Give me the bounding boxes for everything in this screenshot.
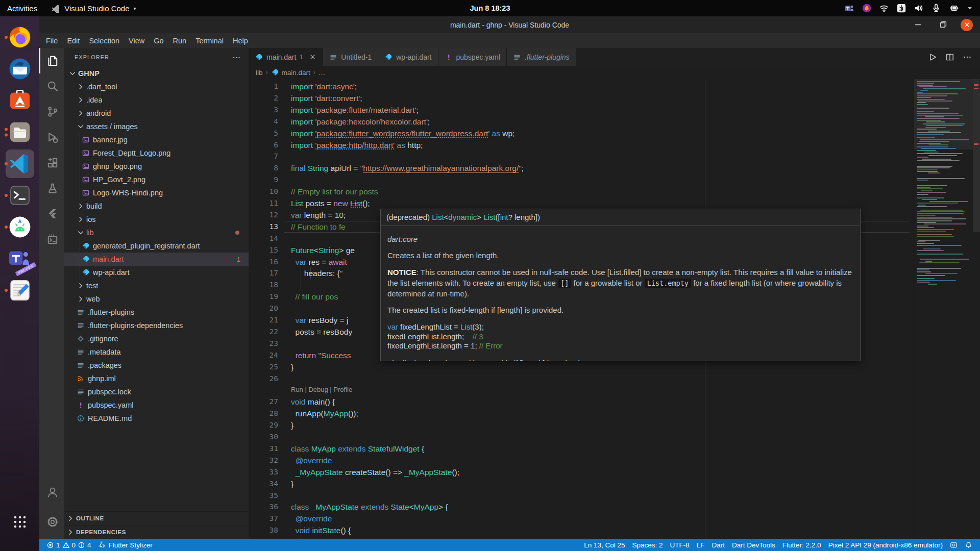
dock-item-teams[interactable]: PREVIEW xyxy=(4,243,36,274)
menu-selection[interactable]: Selection xyxy=(84,35,124,46)
tree-folder--dart-tool[interactable]: .dart_tool xyxy=(64,80,249,93)
tree-folder-assets-images[interactable]: assets / images xyxy=(64,120,249,133)
status-device-selector[interactable]: Pixel 2 API 29 (android-x86 emulator) xyxy=(825,539,946,551)
tree-file-readme-md[interactable]: README.md xyxy=(64,412,249,425)
breadcrumb-lib[interactable]: lib xyxy=(256,69,263,77)
close-icon[interactable] xyxy=(309,53,316,61)
tree-folder-lib[interactable]: lib xyxy=(64,226,249,239)
tab-untitled-1[interactable]: Untitled-1 xyxy=(323,48,378,66)
tab-pubspec-yaml[interactable]: pubspec.yaml xyxy=(438,48,507,66)
menu-help[interactable]: Help xyxy=(228,35,253,46)
restore-button[interactable] xyxy=(936,19,948,31)
flutter-stylizer-status[interactable]: Flutter Stylizer xyxy=(94,539,156,551)
dock-item-vscode[interactable] xyxy=(4,148,36,180)
tree-file-logo-whs-hindi-png[interactable]: Logo-WHS-Hindi.png xyxy=(64,186,249,199)
tree-file--metadata[interactable]: .metadata xyxy=(64,345,249,359)
tree-folder-android[interactable]: android xyxy=(64,107,249,120)
dock-item-terminal[interactable] xyxy=(4,180,36,211)
tree-folder--idea[interactable]: .idea xyxy=(64,93,249,107)
scrollbar-thumb[interactable] xyxy=(973,79,980,232)
tab--flutter-plugins[interactable]: .flutter-plugins xyxy=(507,48,576,66)
codelens-run-debug-profile[interactable]: Run | Debug | Profile xyxy=(291,384,352,395)
activity-explorer[interactable] xyxy=(39,48,64,73)
run-button[interactable] xyxy=(928,53,937,62)
dock-item-software[interactable] xyxy=(4,85,36,116)
activity-search[interactable] xyxy=(39,73,64,99)
activity-source-control[interactable] xyxy=(39,99,64,124)
volume-icon[interactable] xyxy=(914,3,924,13)
activity-testing[interactable] xyxy=(39,176,64,201)
minimap[interactable] xyxy=(914,79,973,539)
tree-file-pubspec-yaml[interactable]: pubspec.yaml xyxy=(64,398,249,412)
section-outline[interactable]: OUTLINE xyxy=(64,511,249,525)
activity-dart-devtools[interactable] xyxy=(39,227,64,252)
tree-folder-test[interactable]: test xyxy=(64,279,249,292)
dock-item-appgrid[interactable] xyxy=(4,506,36,538)
activity-accounts[interactable] xyxy=(39,480,64,505)
explorer-more-button[interactable]: ⋯ xyxy=(232,53,241,62)
tab-main-dart[interactable]: main.dart1 xyxy=(249,48,323,66)
status-indentation[interactable]: Spaces: 2 xyxy=(628,539,666,551)
bluetooth-icon[interactable] xyxy=(896,3,906,13)
activity-flutter[interactable] xyxy=(39,201,64,227)
tree-file--flutter-plugins-dependencies[interactable]: .flutter-plugins-dependencies xyxy=(64,319,249,332)
menu-edit[interactable]: Edit xyxy=(62,35,84,46)
breadcrumb--[interactable]: … xyxy=(318,69,326,77)
breadcrumb[interactable]: lib›main.dart›… xyxy=(249,66,980,79)
status-eol[interactable]: LF xyxy=(693,539,708,551)
minimize-button[interactable] xyxy=(912,19,924,31)
app-menu-button[interactable]: Visual Studio Code ▾ xyxy=(51,4,136,13)
dock-item-android[interactable] xyxy=(4,211,36,243)
tree-folder-ghnp[interactable]: GHNP xyxy=(64,67,249,80)
feedback-icon[interactable] xyxy=(946,539,961,551)
status-cursor-position[interactable]: Ln 13, Col 25 xyxy=(580,539,628,551)
tree-file-forest-deptt-logo-png[interactable]: Forest_Deptt_Logo.png xyxy=(64,146,249,160)
bell-icon[interactable] xyxy=(961,539,976,551)
status-language-mode[interactable]: Dart xyxy=(708,539,729,551)
tree-file--gitignore[interactable]: .gitignore xyxy=(64,332,249,345)
split-editor-button[interactable] xyxy=(945,53,954,62)
code-editor[interactable]: (deprecated) List<dynamic> List([int? le… xyxy=(249,79,980,539)
menu-run[interactable]: Run xyxy=(168,35,191,46)
menu-view[interactable]: View xyxy=(124,35,149,46)
dock-item-gedit[interactable] xyxy=(4,274,36,306)
tree-file-banner-jpg[interactable]: banner.jpg xyxy=(64,133,249,146)
menu-file[interactable]: File xyxy=(41,35,62,46)
teams-tray-icon[interactable] xyxy=(844,3,854,13)
tree-file-ghnp-logo-png[interactable]: ghnp_logo.png xyxy=(64,160,249,173)
dock-item-thunderbird[interactable] xyxy=(4,53,36,85)
activity-extensions[interactable] xyxy=(39,150,64,176)
menu-go[interactable]: Go xyxy=(149,35,168,46)
status-dart-devtools[interactable]: Dart DevTools xyxy=(728,539,779,551)
tree-file--flutter-plugins[interactable]: .flutter-plugins xyxy=(64,306,249,319)
wifi-icon[interactable] xyxy=(879,3,889,13)
tree-folder-ios[interactable]: ios xyxy=(64,213,249,226)
menu-terminal[interactable]: Terminal xyxy=(191,35,228,46)
flame-tray-icon[interactable] xyxy=(862,3,872,13)
tree-file-pubspec-lock[interactable]: pubspec.lock xyxy=(64,385,249,398)
tree-file-ghnp-iml[interactable]: ghnp.iml xyxy=(64,372,249,385)
tree-file-generated-plugin-registrant-dart[interactable]: generated_plugin_registrant.dart xyxy=(64,239,249,253)
more-actions-button[interactable] xyxy=(963,53,972,62)
chevron-down-icon[interactable] xyxy=(966,4,974,12)
dock-item-firefox[interactable] xyxy=(4,21,36,53)
tree-file-hp-govt-2-png[interactable]: HP_Govt_2.png xyxy=(64,173,249,186)
activities-button[interactable]: Activities xyxy=(7,4,37,13)
breadcrumb-main-dart[interactable]: main.dart xyxy=(271,68,310,77)
section-dependencies[interactable]: DEPENDENCIES xyxy=(64,525,249,539)
close-button[interactable] xyxy=(961,19,973,31)
activity-run-and-debug[interactable] xyxy=(39,124,64,150)
activity-settings[interactable] xyxy=(39,509,64,535)
tab-wp-api-dart[interactable]: wp-api.dart xyxy=(378,48,438,66)
system-tray[interactable] xyxy=(844,3,980,13)
clock[interactable]: Jun 8 18:23 xyxy=(470,4,510,12)
status-encoding[interactable]: UTF-8 xyxy=(667,539,693,551)
status-flutter-version[interactable]: Flutter: 2.2.0 xyxy=(779,539,825,551)
battery-icon[interactable] xyxy=(948,3,959,13)
tree-folder-build[interactable]: build xyxy=(64,199,249,213)
tree-folder-web[interactable]: web xyxy=(64,292,249,306)
tree-file-main-dart[interactable]: main.dart1 xyxy=(64,253,249,266)
problems-summary[interactable]: 104 xyxy=(43,539,94,551)
dock-item-files[interactable] xyxy=(4,116,36,148)
tree-file--packages[interactable]: .packages xyxy=(64,359,249,372)
